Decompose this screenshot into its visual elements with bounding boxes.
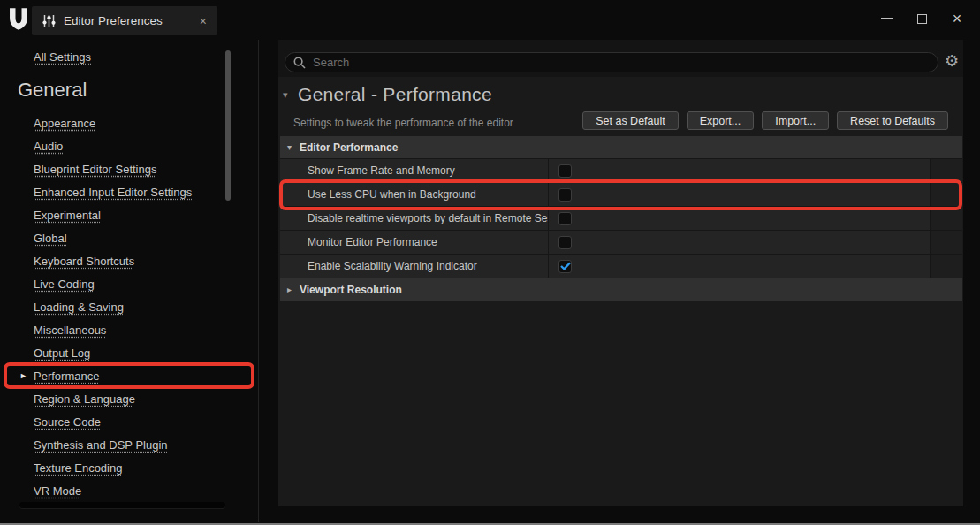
settings-sidebar: All Settings General AppearanceAudioBlue… [0, 40, 258, 525]
section-header-label: Editor Performance [300, 141, 398, 154]
sidebar-item-miscellaneous[interactable]: Miscellaneous [0, 318, 258, 341]
settings-row-monitor-editor-performance: Monitor Editor Performance [280, 231, 962, 255]
all-settings-link[interactable]: All Settings [34, 50, 91, 64]
sidebar-item-label: Loading & Saving [34, 301, 124, 314]
close-button[interactable]: × [939, 5, 975, 32]
setting-label: Enable Scalability Warning Indicator [280, 255, 548, 278]
setting-reset-cell [930, 159, 962, 182]
section-header-label: Viewport Resolution [300, 284, 402, 296]
import-button[interactable]: Import... [762, 111, 829, 130]
settings-row-enable-scalability-warning-indicator: Enable Scalability Warning Indicator [280, 255, 962, 278]
sidebar-item-global[interactable]: Global [0, 226, 258, 249]
tab-editor-preferences[interactable]: Editor Preferences × [32, 6, 217, 35]
checkbox-show-frame-rate-and-memory[interactable] [558, 164, 572, 178]
sidebar-item-label: Keyboard Shortcuts [34, 255, 134, 268]
section-header-editor-performance[interactable]: ▾Editor Performance [280, 136, 962, 159]
setting-label: Show Frame Rate and Memory [280, 159, 548, 182]
close-icon: × [953, 11, 962, 27]
checkbox-enable-scalability-warning-indicator[interactable] [558, 260, 572, 273]
sidebar-divider [258, 40, 259, 522]
sidebar-item-live-coding[interactable]: Live Coding [0, 272, 258, 295]
sidebar-horizontal-scrollbar[interactable] [19, 502, 225, 508]
sidebar-item-label: Experimental [34, 209, 101, 222]
section-header-viewport-resolution[interactable]: ▸Viewport Resolution [280, 278, 962, 301]
setting-reset-cell [930, 255, 962, 278]
setting-value-cell [548, 207, 930, 230]
maximize-icon [917, 14, 927, 24]
sidebar-item-label: Source Code [34, 415, 101, 429]
sidebar-category-heading: General [18, 79, 87, 102]
reset-to-defaults-button[interactable]: Reset to Defaults [837, 111, 948, 130]
sidebar-item-enhanced-input-editor-settings[interactable]: Enhanced Input Editor Settings [0, 180, 258, 203]
check-icon [560, 262, 571, 270]
sidebar-item-keyboard-shortcuts[interactable]: Keyboard Shortcuts [0, 249, 258, 272]
setting-label: Use Less CPU when in Background [280, 183, 548, 206]
sidebar-item-label: Synthesis and DSP Plugin [34, 438, 168, 452]
sidebar-item-label: Performance [34, 369, 99, 383]
sidebar-item-audio[interactable]: Audio [0, 134, 258, 157]
sidebar-item-label: Enhanced Input Editor Settings [34, 186, 192, 199]
header-buttons: Set as DefaultExport...Import...Reset to… [280, 111, 948, 130]
sidebar-item-label: Live Coding [34, 278, 95, 291]
setting-value-cell [548, 231, 930, 254]
sidebar-item-region-language[interactable]: Region & Language [0, 387, 258, 410]
search-icon [293, 57, 306, 69]
sidebar-item-appearance[interactable]: Appearance [0, 111, 258, 134]
settings-row-show-frame-rate-and-memory: Show Frame Rate and Memory [280, 159, 962, 183]
sidebar-item-label: Output Log [34, 346, 90, 360]
settings-gear-icon[interactable]: ⚙ [945, 51, 959, 71]
sidebar-scrollbar-thumb[interactable] [225, 50, 231, 201]
setting-reset-cell [930, 183, 962, 206]
sidebar-item-synthesis-and-dsp-plugin[interactable]: Synthesis and DSP Plugin [0, 433, 258, 456]
setting-reset-cell [930, 207, 962, 230]
sidebar-item-blueprint-editor-settings[interactable]: Blueprint Editor Settings [0, 157, 258, 180]
settings-row-disable-realtime-viewports-by-default-in-remote-sessi: Disable realtime viewports by default in… [280, 207, 962, 231]
sidebar-item-label: Global [34, 232, 67, 245]
section-collapsed-icon: ▸ [287, 285, 300, 294]
sidebar-item-output-log[interactable]: Output Log [0, 341, 258, 364]
selected-arrow-icon: ► [19, 364, 27, 387]
tab-close-icon[interactable]: × [200, 15, 207, 27]
setting-label: Monitor Editor Performance [280, 231, 548, 254]
page-title: General - Performance [298, 84, 492, 105]
sidebar-item-source-code[interactable]: Source Code [0, 410, 258, 433]
unreal-engine-logo-icon [6, 5, 31, 32]
window-controls: × [869, 5, 975, 32]
checkbox-monitor-editor-performance[interactable] [558, 236, 572, 249]
checkbox-disable-realtime-viewports-by-default-in-remote-sessi[interactable] [558, 212, 572, 225]
setting-value-cell [548, 159, 930, 182]
sidebar-item-label: Miscellaneous [34, 323, 106, 337]
sidebar-item-label: Texture Encoding [34, 461, 122, 475]
sidebar-item-label: Appearance [34, 117, 95, 130]
sidebar-item-loading-saving[interactable]: Loading & Saving [0, 295, 258, 318]
setting-reset-cell [930, 231, 962, 254]
sidebar-item-performance[interactable]: ►Performance [0, 364, 258, 387]
sidebar-item-vr-mode[interactable]: VR Mode [0, 479, 258, 502]
title-bar: Editor Preferences × × [0, 0, 980, 40]
set-as-default-button[interactable]: Set as Default [582, 111, 679, 130]
section-expanded-icon: ▾ [287, 142, 300, 152]
editor-preferences-window: Editor Preferences × × All Settings Gene… [0, 0, 980, 525]
sidebar-item-label: VR Mode [34, 484, 81, 498]
search-box[interactable] [285, 52, 938, 72]
export-button[interactable]: Export... [687, 111, 755, 130]
minimize-button[interactable] [869, 5, 904, 32]
checkbox-use-less-cpu-when-in-background[interactable] [558, 188, 572, 202]
setting-label: Disable realtime viewports by default in… [280, 207, 548, 230]
search-input[interactable] [313, 56, 938, 69]
sidebar-item-experimental[interactable]: Experimental [0, 203, 258, 226]
settings-row-use-less-cpu-when-in-background: Use Less CPU when in Background [280, 183, 962, 207]
sidebar-item-texture-encoding[interactable]: Texture Encoding [0, 456, 258, 479]
maximize-button[interactable] [904, 5, 939, 32]
sidebar-item-label: Audio [34, 140, 63, 153]
sidebar-item-label: Region & Language [34, 392, 135, 406]
sidebar-item-list: AppearanceAudioBlueprint Editor Settings… [0, 111, 258, 502]
settings-table: ▾Editor PerformanceShow Frame Rate and M… [280, 136, 962, 301]
setting-value-cell [548, 255, 930, 278]
heading-collapse-icon[interactable]: ▾ [283, 89, 288, 101]
tab-title: Editor Preferences [64, 14, 163, 27]
setting-value-cell [548, 183, 930, 206]
sidebar-item-label: Blueprint Editor Settings [34, 163, 156, 176]
minimize-icon [881, 18, 893, 19]
sliders-icon [42, 14, 56, 27]
